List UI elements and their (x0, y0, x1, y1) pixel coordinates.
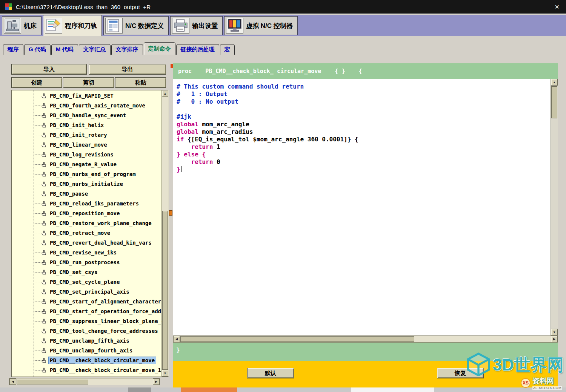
cut-button[interactable]: 剪切 (63, 77, 114, 88)
scroll-up-icon[interactable]: ▲ (162, 90, 168, 97)
tree-item[interactable]: PB_CMD_set_csys (12, 267, 161, 277)
toolbar-tab-virtual-nc-controller[interactable]: 虚拟 N/C 控制器 (224, 16, 298, 35)
splitter-handle[interactable] (169, 210, 172, 216)
scroll-right-icon[interactable]: ▶ (153, 378, 160, 385)
command-hand-icon (41, 230, 47, 236)
tree-horizontal-scrollbar[interactable]: ◀ ▶ (9, 378, 160, 385)
tree-item-label: PB_CMD_start_of_operation_force_addr (49, 308, 161, 315)
code-scrollbar-thumb[interactable] (551, 86, 557, 118)
scroll-left-icon[interactable]: ◀ (173, 336, 180, 342)
nc-data-icon (105, 18, 123, 34)
tree-item[interactable]: PB_CMD_set_principal_axis (12, 287, 161, 297)
tab-program[interactable]: 程序 (3, 44, 23, 55)
tree-scrollbar-thumb[interactable] (162, 211, 168, 370)
toolbar-tab-label: 机床 (24, 21, 37, 30)
default-button[interactable]: 默认 (247, 368, 294, 378)
close-button[interactable]: × (553, 3, 561, 11)
editor-panel: proc PB_CMD__check_block_ circular_move … (173, 63, 558, 387)
tab-word-sequencing[interactable]: 文字排序 (111, 44, 143, 55)
tree-item-label: PB_CMD_negate_R_value (49, 161, 118, 168)
scroll-up-icon[interactable]: ▲ (551, 79, 558, 86)
code-vertical-scrollbar[interactable]: ▲ ▼ (551, 79, 558, 335)
tree-item[interactable]: PB_CMD_linear_move (12, 140, 161, 150)
code-line: } (177, 166, 551, 173)
virtual-nc-icon (226, 18, 243, 34)
tree-item-label: PB_CMD_set_cycle_plane (49, 279, 121, 285)
toolbar-tab-nc-data-definition[interactable]: N/C 数据定义 (103, 16, 169, 35)
scroll-left-icon[interactable]: ◀ (9, 378, 16, 385)
scroll-right-icon[interactable]: ▶ (551, 336, 558, 342)
code-line: if {[EQ_is_equal_tol $mom_arc_angle 360 … (177, 136, 551, 143)
taskbar-item-active[interactable] (181, 387, 237, 392)
taskbar-item[interactable] (128, 387, 151, 392)
tree-item[interactable]: PB_CMD_restore_work_plane_change (12, 218, 161, 228)
tree-branch-line (34, 155, 40, 155)
import-button[interactable]: 导入 (11, 64, 87, 75)
tree-item[interactable]: PB_CMD_revise_new_iks (12, 248, 161, 257)
tree-item[interactable]: PB_CMD_log_revisions (12, 150, 161, 159)
tree-item[interactable]: PB_CMD_suppress_linear_block_plane_c (12, 316, 161, 326)
code-hscrollbar-thumb[interactable] (180, 336, 414, 342)
tree-item[interactable]: PB_CMD_start_of_operation_force_addr (12, 306, 161, 316)
tree-item[interactable]: PB_CMD_nurbs_initialize (12, 179, 161, 189)
code-editor[interactable]: # This custom command should return# 1 :… (173, 79, 551, 335)
window-title: C:\Users\37214\Desktop\Less_than_360_out… (16, 4, 151, 10)
restore-button[interactable]: 恢复 (437, 368, 484, 378)
scroll-down-icon[interactable]: ▼ (162, 370, 168, 377)
export-button[interactable]: 导出 (89, 64, 166, 75)
tree-item[interactable]: PB_CMD_reposition_move (12, 208, 161, 218)
tab-m-code[interactable]: M 代码 (51, 44, 78, 55)
tree-item[interactable]: PB_CMD__check_block_circular_move_1 (12, 365, 161, 375)
tree-item[interactable]: PB_CMD_init_rotary (12, 130, 161, 140)
toolbar-tab-program-toolpath[interactable]: 程序和刀轨 (43, 15, 102, 36)
tree-item[interactable]: PB_CMD_fourth_axis_rotate_move (12, 101, 161, 110)
create-button[interactable]: 创建 (11, 77, 62, 88)
tree-item-label: PB_CMD_log_revisions (49, 151, 115, 158)
tree-hscrollbar-thumb[interactable] (17, 379, 88, 384)
toolbar-tab-machine[interactable]: 机床 (2, 16, 42, 35)
tree-item[interactable]: PB_CMD_revert_dual_head_kin_vars (12, 238, 161, 248)
tab-macro[interactable]: 宏 (220, 44, 235, 55)
taskbar[interactable] (0, 387, 566, 392)
tree-item[interactable]: PB_CMD_run_postprocess (12, 257, 161, 267)
tab-g-code[interactable]: G 代码 (24, 44, 51, 55)
taskbar-item[interactable] (351, 387, 434, 392)
tree-vertical-scrollbar[interactable]: ▲ ▼ (161, 90, 169, 377)
code-horizontal-scrollbar[interactable]: ◀ ▶ (173, 335, 558, 343)
tree-item[interactable]: PB_CMD_unclamp_fourth_axis (12, 346, 161, 355)
bottom-bar: 默认 恢复 (173, 361, 558, 387)
tree-item[interactable]: PB_CMD_tool_change_force_addresses (12, 326, 161, 336)
scroll-down-icon[interactable]: ▼ (551, 329, 558, 335)
tree-item[interactable]: PB_CMD_fix_RAPID_SET (12, 91, 161, 101)
tree-item[interactable]: PB_CMD_pause (12, 189, 161, 199)
tree-item[interactable]: PB_CMD_set_cycle_plane (12, 277, 161, 287)
code-line: } else { (177, 151, 551, 158)
tree-branch-line (34, 194, 40, 194)
tree-item[interactable]: PB_CMD_init_helix (12, 120, 161, 130)
tree-item[interactable]: PB_CMD_handle_sync_event (12, 110, 161, 120)
tree-item[interactable]: PB_CMD_start_of_alignment_character (12, 297, 161, 306)
tree-item[interactable]: PB_CMD_reload_iks_parameters (12, 199, 161, 208)
app-icon (5, 3, 12, 10)
code-line: # 1 : Output (177, 90, 551, 98)
tab-label: 文字汇总 (83, 46, 106, 53)
tree-branch-line (34, 370, 40, 371)
command-hand-icon (41, 201, 47, 207)
tree-item[interactable]: PB_CMD_retract_move (12, 228, 161, 238)
tree-item[interactable]: PB_CMD_unclamp_fifth_axis (12, 336, 161, 346)
tab-word-summary[interactable]: 文字汇总 (79, 44, 111, 55)
toolbar-tab-label: 输出设置 (192, 21, 218, 30)
command-hand-icon (41, 240, 47, 246)
tree-item[interactable]: PB_CMD_negate_R_value (12, 159, 161, 169)
code-line: return 1 (177, 143, 551, 151)
tree-item-label: PB_CMD__check_block_circular_move (49, 357, 156, 364)
toolbar-tab-output-settings[interactable]: 输出设置 (170, 16, 223, 35)
tree-item[interactable]: PB_CMD_nurbs_end_of_program (12, 169, 161, 179)
tree-branch-line (34, 360, 40, 361)
tab-linked-post[interactable]: 链接的后处理 (176, 44, 219, 55)
tree-item-label: PB_CMD_init_helix (49, 122, 105, 129)
paste-button[interactable]: 粘贴 (115, 77, 166, 88)
tree-item[interactable]: PB_CMD__check_block_circular_move (12, 355, 161, 365)
machine-icon (4, 18, 21, 34)
tab-custom-command[interactable]: 定制命令 (144, 42, 175, 55)
